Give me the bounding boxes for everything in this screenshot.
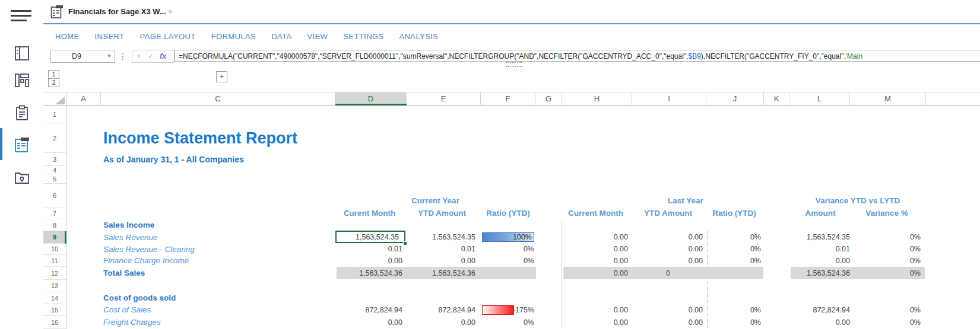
row-header-7[interactable]: 7 (43, 207, 66, 219)
report-subtitle[interactable]: As of January 31, 1 - All Companies (103, 153, 244, 166)
favorites-folder-icon[interactable] (13, 168, 31, 186)
cell-h11[interactable]: 0.00 (563, 255, 628, 267)
cancel-entry-icon[interactable]: × (137, 50, 141, 62)
row-header-1[interactable]: 1 (43, 106, 66, 123)
cell-i10[interactable]: 0.00 (633, 244, 703, 255)
cell-l12[interactable]: 1,563,524.36 (791, 267, 850, 280)
column-header-j[interactable]: J (706, 92, 764, 106)
cell-m15[interactable]: 0% (853, 304, 921, 316)
cell-i9[interactable]: 0.00 (633, 231, 703, 244)
row-header-4[interactable]: 4 (43, 166, 66, 174)
subheader-ytd-amount-cy[interactable]: YTD Amount (408, 207, 475, 219)
cell-i15[interactable]: 0.00 (633, 304, 703, 316)
column-header-a[interactable]: A (66, 92, 101, 106)
column-header-e[interactable]: E (407, 92, 481, 106)
menu-data[interactable]: DATA (271, 32, 291, 41)
cell-j10[interactable]: 0% (708, 244, 761, 255)
cell-f16[interactable]: 0% (482, 316, 534, 329)
cell-h15[interactable]: 0.00 (563, 304, 628, 316)
hamburger-menu-icon[interactable] (11, 10, 31, 22)
cell-f9[interactable]: 100% (482, 231, 532, 244)
column-header-k[interactable]: K (764, 92, 789, 106)
row-header-12[interactable]: 12 (43, 267, 66, 280)
cell-l15[interactable]: 872,824.94 (791, 304, 850, 316)
column-header-g[interactable]: G (535, 92, 562, 106)
cell-m11[interactable]: 0% (853, 255, 921, 267)
select-all-corner[interactable] (43, 92, 66, 106)
row-header-6[interactable]: 6 (43, 184, 66, 207)
cell-e15[interactable]: 872,824.94 (408, 304, 475, 316)
subheader-current-month-cy[interactable]: Curent Month (337, 207, 402, 219)
cell-i11[interactable]: 0.00 (633, 255, 703, 267)
subheader-variance-pct[interactable]: Variance % (853, 207, 921, 219)
cell-f11[interactable]: 0% (482, 255, 534, 267)
cell-m10[interactable]: 0% (853, 244, 921, 255)
cell-h10[interactable]: 0.00 (563, 244, 628, 255)
formula-input[interactable]: =NECFORMULA("CURRENT","490000578","SERVE… (175, 50, 980, 62)
section-label[interactable]: Sales Income (103, 219, 335, 231)
notebook-icon[interactable] (13, 44, 31, 62)
row-header-8[interactable]: 8 (43, 219, 66, 231)
row-header-5[interactable]: 5 (43, 174, 66, 184)
fill-handle[interactable] (403, 241, 407, 245)
cell-j9[interactable]: 0% (708, 231, 761, 244)
cell-l11[interactable]: 0.00 (791, 255, 850, 267)
dashboard-icon[interactable] (13, 71, 31, 89)
row-header-3[interactable]: 3 (43, 153, 66, 166)
outline-level-1-button[interactable]: 1 (48, 70, 59, 79)
column-header-l[interactable]: L (789, 92, 850, 106)
cell-d15[interactable]: 872,824.94 (337, 304, 402, 316)
column-header-f[interactable]: F (481, 92, 535, 106)
cell-d12[interactable]: 1,563,524.36 (337, 267, 402, 280)
cell-e10[interactable]: 0.01 (408, 244, 475, 255)
cell-d11[interactable]: 0.00 (337, 255, 402, 267)
row-header-2[interactable]: 2 (43, 123, 66, 153)
more-options-icon[interactable]: ⋮ (119, 50, 127, 63)
confirm-entry-icon[interactable]: ✓ (148, 50, 154, 62)
menu-view[interactable]: VIEW (307, 32, 328, 41)
cell-l10[interactable]: 0.01 (791, 244, 850, 255)
subheader-ratio-ytd-ly[interactable]: Ratio (YTD) (708, 207, 761, 219)
row-header-16[interactable]: 16 (43, 316, 66, 329)
clipboard-icon[interactable] (13, 104, 31, 122)
cell-e9[interactable]: 1,563,524.35 (408, 231, 475, 244)
cell-m16[interactable]: 0% (853, 316, 921, 329)
outline-expand-button[interactable]: + (216, 71, 227, 82)
cell-j15[interactable]: 0% (708, 304, 761, 316)
cell-d10[interactable]: 0.01 (337, 244, 402, 255)
account-label[interactable]: Cost of Sales (103, 304, 335, 316)
cell-i12[interactable]: 0 (633, 267, 703, 280)
column-header-h[interactable]: H (562, 92, 632, 106)
account-label[interactable]: Finance Charge Income (103, 255, 335, 267)
row-header-11[interactable]: 11 (43, 255, 66, 267)
subheader-ytd-amount-ly[interactable]: YTD Amount (633, 207, 703, 219)
cell-l9[interactable]: 1,563,524.35 (791, 231, 850, 244)
cell-e12[interactable]: 1,563,524.36 (408, 267, 475, 280)
section-label[interactable]: Cost of goods sold (103, 292, 335, 304)
name-box[interactable]: D9 ▼ (50, 50, 115, 63)
menu-page-layout[interactable]: PAGE LAYOUT (139, 32, 195, 41)
cell-e16[interactable]: 0.00 (408, 316, 475, 329)
cell-e11[interactable]: 0.00 (408, 255, 475, 267)
report-title[interactable]: Income Statement Report (103, 123, 297, 153)
account-label[interactable]: Sales Revenue - Clearing (103, 244, 335, 255)
menu-analysis[interactable]: ANALYSIS (399, 32, 439, 41)
row-header-10[interactable]: 10 (43, 244, 66, 255)
report-grid-icon[interactable] (13, 136, 31, 154)
subheader-ratio-ytd-cy[interactable]: Ratio (YTD) (482, 207, 534, 219)
column-header-i[interactable]: I (632, 92, 706, 106)
row-header-13[interactable]: 13 (43, 280, 66, 292)
formula-bar-resize-grip[interactable] (506, 62, 522, 67)
group-header-current-year[interactable]: Current Year (337, 195, 534, 207)
tab-close-icon[interactable]: × (168, 0, 173, 23)
cell-m12[interactable]: 0% (853, 267, 921, 280)
menu-home[interactable]: HOME (55, 32, 80, 41)
cell-j16[interactable]: 0% (708, 316, 761, 329)
outline-level-2-button[interactable]: 2 (48, 78, 59, 87)
cell-f15[interactable]: -175% (482, 304, 534, 316)
cell-m9[interactable]: 0% (853, 231, 921, 244)
menu-insert[interactable]: INSERT (95, 32, 125, 41)
subheader-amount-var[interactable]: Amount (791, 207, 850, 219)
cell-h12[interactable]: 0.00 (563, 267, 628, 280)
column-header-blank[interactable] (926, 92, 980, 106)
